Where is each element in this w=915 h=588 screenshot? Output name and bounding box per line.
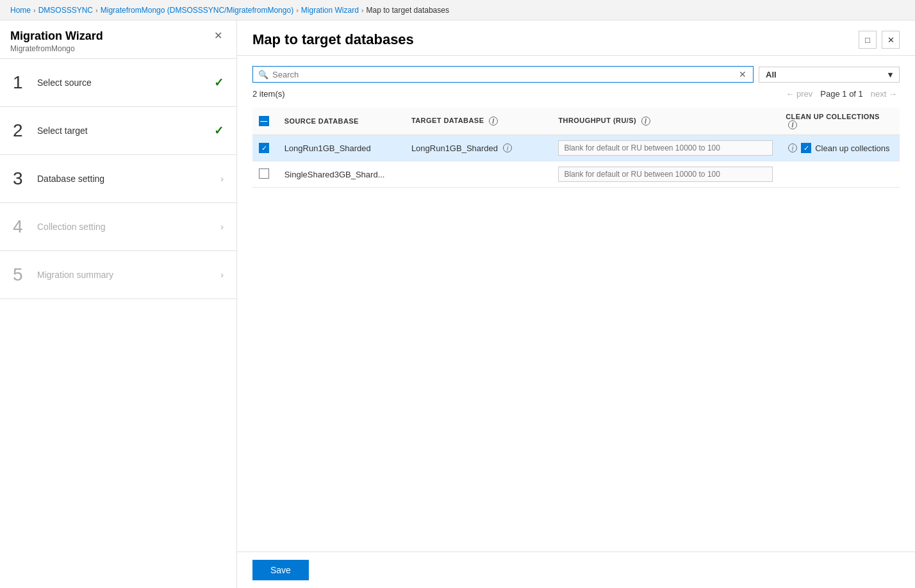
throughput-header-info-icon[interactable]: i <box>641 117 650 126</box>
step-4: 4 Collection setting › <box>0 203 236 251</box>
prev-page-button[interactable]: ← prev <box>783 88 815 100</box>
main-layout: Migration Wizard MigratefromMongo ✕ 1 Se… <box>0 20 915 588</box>
search-clear-button[interactable]: ✕ <box>738 69 748 79</box>
chevron-down-icon: ▾ <box>888 70 893 79</box>
step-3-label: Database setting <box>37 174 211 184</box>
step-list: 1 Select source ✓ 2 Select target ✓ 3 Da… <box>0 59 236 588</box>
row-1-target-name: LongRun1GB_Sharded <box>411 143 498 153</box>
col-header-target: TARGET DATABASE i <box>405 108 552 135</box>
step-3[interactable]: 3 Database setting › <box>0 155 236 203</box>
search-input[interactable] <box>272 70 734 79</box>
row-2-target <box>405 161 552 188</box>
maximize-button[interactable]: □ <box>859 31 877 49</box>
content-header: Map to target databases □ ✕ <box>237 20 915 56</box>
panel-close-button[interactable]: ✕ <box>882 31 900 49</box>
col-header-cleanup: CLEAN UP COLLECTIONS i <box>779 108 900 135</box>
row-1-cleanup-label: Clean up collections <box>815 143 889 153</box>
col-header-checkbox: — <box>252 108 278 135</box>
step-4-label: Collection setting <box>37 222 211 232</box>
row-2-throughput-input[interactable] <box>558 167 773 182</box>
step-4-number: 4 <box>13 218 28 236</box>
content-panel: Map to target databases □ ✕ 🔍 ✕ All ▾ <box>237 20 915 588</box>
row-1-cleanup-checkbox[interactable]: ✓ <box>801 143 811 153</box>
step-5-label: Migration summary <box>37 270 211 280</box>
row-2-throughput-cell <box>552 161 779 188</box>
row-1-cleanup-info-icon[interactable]: i <box>788 143 797 152</box>
row-2-source: SingleShared3GB_Shard... <box>278 161 405 188</box>
sidebar-title-block: Migration Wizard MigratefromMongo <box>10 29 103 53</box>
pagination-row: ← prev Page 1 of 1 next → <box>783 88 900 100</box>
row-1-target: LongRun1GB_Sharded i <box>405 135 552 161</box>
search-icon: 🔍 <box>258 70 268 79</box>
sidebar-title: Migration Wizard <box>10 29 103 43</box>
row-1-checkbox-cell: ✓ <box>252 135 278 161</box>
breadcrumb-sep-2: › <box>95 6 98 14</box>
step-1: 1 Select source ✓ <box>0 59 236 107</box>
step-3-number: 3 <box>13 170 28 188</box>
step-4-chevron-icon: › <box>220 222 224 232</box>
step-2: 2 Select target ✓ <box>0 107 236 155</box>
step-2-label: Select target <box>37 126 205 136</box>
page-info: Page 1 of 1 <box>820 89 863 99</box>
step-1-number: 1 <box>13 74 28 92</box>
filter-dropdown-label: All <box>766 70 777 79</box>
row-2-checkbox[interactable] <box>259 168 269 179</box>
row-2-checkbox-cell <box>252 161 278 188</box>
sidebar: Migration Wizard MigratefromMongo ✕ 1 Se… <box>0 20 237 588</box>
row-2-cleanup-cell <box>779 161 900 188</box>
breadcrumb-home[interactable]: Home <box>10 6 31 15</box>
sidebar-header: Migration Wizard MigratefromMongo ✕ <box>0 20 236 59</box>
database-table: — SOURCE DATABASE TARGET DATABASE i THRO… <box>252 108 900 188</box>
row-1-source: LongRun1GB_Sharded <box>278 135 405 161</box>
header-controls: □ ✕ <box>859 31 900 49</box>
step-1-label: Select source <box>37 78 205 88</box>
row-1-throughput-cell <box>552 135 779 161</box>
page-title: Map to target databases <box>252 31 414 48</box>
sidebar-subtitle: MigratefromMongo <box>10 44 103 53</box>
item-count: 2 item(s) <box>252 89 285 99</box>
step-1-check-icon: ✓ <box>214 76 224 90</box>
breadcrumb: Home › DMSOSSSYNC › MigratefromMongo (DM… <box>0 0 915 20</box>
sidebar-close-button[interactable]: ✕ <box>210 29 226 42</box>
content-footer: Save <box>237 551 915 588</box>
col-header-source: SOURCE DATABASE <box>278 108 405 135</box>
content-body: 🔍 ✕ All ▾ 2 item(s) ← prev Page 1 of 1 n… <box>237 56 915 551</box>
filter-dropdown[interactable]: All ▾ <box>759 67 900 83</box>
step-5-number: 5 <box>13 266 28 284</box>
step-2-check-icon: ✓ <box>214 124 224 138</box>
breadcrumb-wizard[interactable]: Migration Wizard <box>301 6 359 15</box>
row-1-cleanup-cell: i ✓ Clean up collections <box>779 135 900 161</box>
target-header-info-icon[interactable]: i <box>489 117 498 126</box>
step-5-chevron-icon: › <box>220 270 224 280</box>
select-all-checkbox[interactable]: — <box>259 116 269 126</box>
breadcrumb-sep-1: › <box>33 6 36 14</box>
step-2-number: 2 <box>13 122 28 140</box>
save-button[interactable]: Save <box>252 560 309 580</box>
step-3-chevron-icon: › <box>220 174 224 184</box>
breadcrumb-migrate[interactable]: MigratefromMongo (DMSOSSSYNC/Migratefrom… <box>101 6 293 15</box>
col-header-throughput: THROUGHPUT (RU/S) i <box>552 108 779 135</box>
breadcrumb-sep-4: › <box>361 6 364 14</box>
toolbar-row: 🔍 ✕ All ▾ <box>252 66 900 83</box>
cleanup-header-info-icon[interactable]: i <box>788 120 797 129</box>
row-1-checkbox[interactable]: ✓ <box>259 143 269 153</box>
next-page-button[interactable]: next → <box>868 88 900 100</box>
breadcrumb-sep-3: › <box>296 6 299 14</box>
table-row: SingleShared3GB_Shard... <box>252 161 900 188</box>
table-row: ✓ LongRun1GB_Sharded LongRun1GB_Sharded … <box>252 135 900 161</box>
row-1-target-info-icon[interactable]: i <box>503 143 512 152</box>
search-box: 🔍 ✕ <box>252 66 754 83</box>
row-1-throughput-input[interactable] <box>558 140 773 156</box>
breadcrumb-dms[interactable]: DMSOSSSYNC <box>38 6 93 15</box>
step-5: 5 Migration summary › <box>0 251 236 299</box>
breadcrumb-current: Map to target databases <box>367 6 449 15</box>
